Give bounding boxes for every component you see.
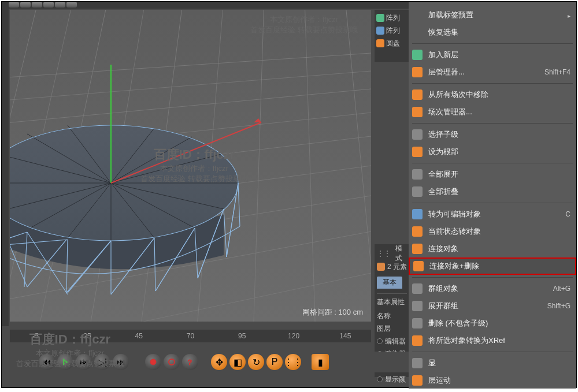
menu-item-icon <box>412 283 423 294</box>
menu-item-icon <box>412 50 423 60</box>
timeline-tick: -5 <box>10 332 61 340</box>
menu-item-label: 加载标签预置 <box>428 10 562 20</box>
menu-item-shortcut: C <box>565 210 570 218</box>
menu-item-icon <box>412 244 423 254</box>
menu-item[interactable]: 显 <box>409 354 576 372</box>
toolbar-button[interactable] <box>55 2 65 8</box>
left-tool-strip[interactable] <box>2 9 9 326</box>
menu-separator <box>412 352 573 352</box>
menu-item-shortcut: Shift+F4 <box>544 68 570 76</box>
svg-text:?: ? <box>188 359 192 366</box>
toolbar-button[interactable] <box>43 2 54 8</box>
menu-item[interactable]: 连接对象 <box>409 240 576 257</box>
menu-item-icon <box>412 107 423 117</box>
object-manager[interactable]: 阵列 阵列 圆盘 <box>375 10 409 62</box>
editor-vis-label[interactable]: 编辑器 <box>385 337 406 346</box>
menu-item-icon <box>413 261 424 271</box>
object-label: 阵列 <box>386 13 400 23</box>
menu-separator <box>412 277 573 278</box>
play-button[interactable] <box>57 354 73 370</box>
menu-item-label: 连接对象+删除 <box>429 261 569 271</box>
object-label: 阵列 <box>386 26 400 36</box>
scale-tool-button[interactable]: ◧ <box>229 354 246 370</box>
menu-item[interactable]: 展开群组Shift+G <box>409 297 576 315</box>
menu-separator <box>412 203 573 203</box>
menu-item-label: 转为可编辑对象 <box>428 209 560 219</box>
object-label: 圆盘 <box>386 39 400 48</box>
autokey-button[interactable] <box>164 354 180 370</box>
object-row[interactable]: 圆盘 <box>376 37 407 50</box>
menu-item-label: 当前状态转对象 <box>428 226 570 237</box>
basic-properties-label: 基本属性 <box>377 297 407 307</box>
context-menu: 加载标签预置恢复选集加入新层层管理器...Shift+F4从所有场次中移除场次管… <box>409 2 576 389</box>
menu-item[interactable]: 恢复选集 <box>409 24 576 41</box>
menu-item[interactable]: 群组对象Alt+G <box>409 280 576 297</box>
show-color-label[interactable]: 显示颜 <box>385 375 406 384</box>
menu-separator <box>412 83 573 84</box>
menu-item-shortcut: Alt+G <box>553 285 570 293</box>
next-key-button[interactable]: ⏭ <box>76 354 92 370</box>
toolbar-button[interactable] <box>20 2 31 8</box>
timeline-ruler[interactable]: -5 25 45 70 95 120 145 <box>10 330 371 342</box>
menu-item-label: 层运动 <box>428 375 570 386</box>
menu-item[interactable]: 连接对象+删除 <box>409 257 576 275</box>
menu-item[interactable]: 从所有场次中移除 <box>409 86 576 103</box>
menu-item[interactable]: 设为根部 <box>409 143 576 160</box>
timeline-tick: 145 <box>320 332 371 340</box>
prev-key-button[interactable]: ⏮ <box>39 354 55 370</box>
timeline-tick: 120 <box>268 332 319 340</box>
toolbar-button[interactable] <box>66 2 77 8</box>
pla-button[interactable]: ⋮⋮ <box>285 354 301 370</box>
menu-item[interactable]: 转为可编辑对象C <box>409 206 576 223</box>
timeline-tick: 25 <box>61 332 113 340</box>
rotate-tool-button[interactable]: ↻ <box>248 354 264 370</box>
menu-item-icon <box>412 318 423 328</box>
menu-item[interactable]: 层管理器...Shift+F4 <box>409 64 576 81</box>
move-tool-button[interactable]: ✥ <box>211 354 227 370</box>
film-button[interactable]: ▮ <box>312 354 329 370</box>
menu-item-label: 层管理器... <box>428 67 539 77</box>
menu-item-label: 加入新层 <box>428 50 570 60</box>
element-count-label: 2 元素 <box>387 262 407 272</box>
menu-item[interactable]: 加入新层 <box>409 46 576 64</box>
menu-item-icon <box>412 10 423 20</box>
menu-item-label: 全部展开 <box>428 169 570 180</box>
3d-viewport[interactable]: 网格间距 : 100 cm <box>10 10 371 322</box>
object-row[interactable]: 阵列 <box>376 12 407 24</box>
viewport-render <box>10 10 371 322</box>
menu-item[interactable]: 加载标签预置 <box>409 6 576 24</box>
param-button[interactable]: P <box>266 354 283 370</box>
menu-item-icon <box>412 209 423 219</box>
timeline-tick: 70 <box>165 332 216 340</box>
grid-spacing-label: 网格间距 : 100 cm <box>300 307 365 318</box>
menu-item-label: 将所选对象转换为XRef <box>428 335 570 346</box>
submenu-arrow-icon <box>568 11 570 20</box>
menu-item-label: 连接对象 <box>428 244 570 254</box>
keyframe-help-button[interactable]: ? <box>182 354 198 370</box>
menu-item[interactable]: 场次管理器... <box>409 103 576 121</box>
svg-point-39 <box>169 359 175 365</box>
timeline-tick: 45 <box>113 332 165 340</box>
toolbar-button[interactable] <box>9 2 19 8</box>
menu-item-label: 展开群组 <box>428 301 542 311</box>
next-frame-button[interactable]: ▷| <box>94 354 110 370</box>
menu-item[interactable]: 将所选对象转换为XRef <box>409 332 576 349</box>
goto-end-button[interactable]: ⏭ <box>113 354 129 370</box>
tab-basic[interactable]: 基本 <box>377 277 402 289</box>
object-row[interactable]: 阵列 <box>376 24 407 37</box>
record-button[interactable] <box>145 354 161 370</box>
menu-item[interactable]: 全部折叠 <box>409 183 576 200</box>
toolbar-button[interactable] <box>32 2 42 8</box>
menu-item-label: 显 <box>428 358 570 368</box>
menu-item[interactable]: 删除 (不包含子级) <box>409 315 576 332</box>
mode-label[interactable]: 模式 <box>395 244 407 263</box>
menu-item[interactable]: 层运动 <box>409 372 576 389</box>
menu-item-icon <box>412 301 423 311</box>
menu-separator <box>412 43 573 44</box>
menu-item[interactable]: 全部展开 <box>409 166 576 183</box>
menu-item-icon <box>412 226 423 237</box>
menu-item[interactable]: 当前状态转对象 <box>409 223 576 240</box>
menu-item-icon <box>412 335 423 346</box>
menu-item-icon <box>412 358 423 368</box>
menu-item[interactable]: 选择子级 <box>409 126 576 143</box>
